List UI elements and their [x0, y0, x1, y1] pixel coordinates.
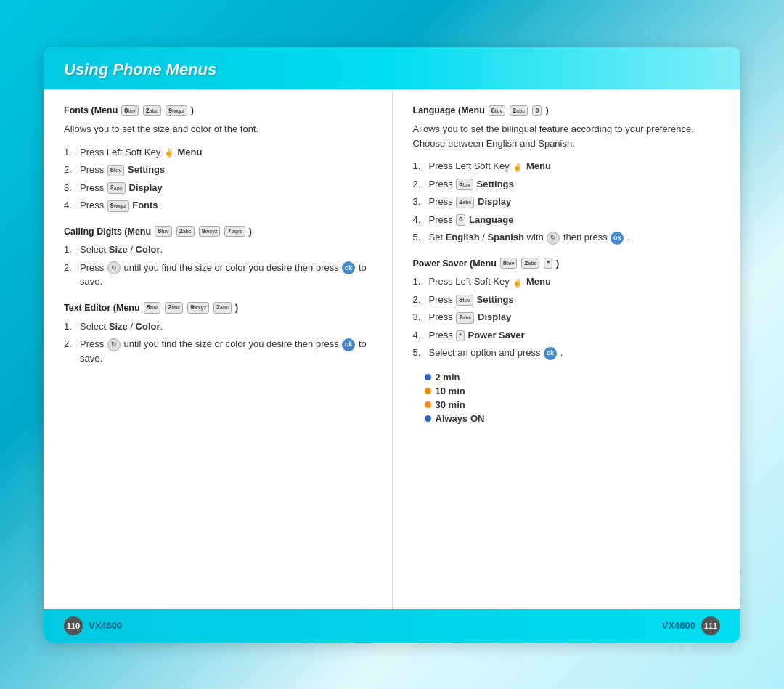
ok-badge: ok	[342, 338, 355, 351]
ok-badge: ok	[342, 261, 355, 274]
calling-digits-steps: 1. Select Size / Color. 2. Press ↻ until…	[64, 242, 372, 289]
step-item: 3. Press 2abc Display	[413, 310, 721, 325]
footer-right: VX4600 111	[662, 616, 720, 635]
key-badge: 2abc	[456, 197, 474, 208]
page-num-left: 110	[64, 616, 83, 635]
bullet-dot	[425, 415, 431, 422]
step-item: 5. Set English / Spanish with ↻ then pre…	[413, 230, 721, 245]
nav-icon: ↻	[547, 232, 560, 245]
key-badge: *	[456, 330, 465, 342]
step-item: 2. Press 8tuv Settings	[413, 177, 721, 192]
key-badge: 2abc	[107, 182, 126, 194]
calling-digits-title: Calling Digits (Menu 8tuv 2abc 9wxyz 7pq…	[64, 226, 372, 237]
key-2: 2abc	[165, 302, 183, 314]
bullet-item: 10 min	[425, 386, 721, 396]
key-star: *	[544, 258, 552, 269]
key-2: 2abc	[510, 105, 528, 117]
bullet-dot	[425, 388, 431, 394]
key-2: 2abc	[176, 226, 195, 237]
key-8: 8tuv	[155, 226, 172, 237]
footer-model-right: VX4600	[662, 620, 695, 631]
fonts-steps: 1. Press Left Soft Key ✌ Menu 2. Press 8…	[64, 145, 372, 213]
nav-icon: ↻	[107, 338, 121, 351]
key-9: 9wxyz	[199, 226, 221, 237]
soft-key-icon: ✌	[164, 147, 174, 159]
page-footer: 110 VX4600 VX4600 111	[44, 609, 740, 643]
power-saver-steps: 1. Press Left Soft Key ✌ Menu 2. Press 8…	[413, 274, 721, 360]
step-item: 1. Press Left Soft Key ✌ Menu	[413, 274, 721, 289]
bullet-dot	[425, 401, 431, 408]
page-num-right: 111	[701, 616, 720, 635]
text-editor-steps: 1. Select Size / Color. 2. Press ↻ until…	[64, 319, 372, 366]
key-8: 8tuv	[144, 302, 161, 314]
step-item: 3. Press 2abc Display	[413, 195, 721, 209]
fonts-section: Fonts (Menu 8tuv 2abc 9wxyz ) Allows you…	[64, 105, 372, 213]
step-item: 2. Press ↻ until you find the size or co…	[64, 261, 372, 289]
page-content: Fonts (Menu 8tuv 2abc 9wxyz ) Allows you…	[44, 89, 740, 609]
step-item: 2. Press 8tuv Settings	[64, 163, 372, 177]
bullet-item: 30 min	[425, 399, 721, 410]
key-badge: 8tuv	[456, 295, 473, 306]
key-badge: 2abc	[456, 312, 474, 324]
power-saver-section: Power Saver (Menu 8tuv 2abc * ) 1. Press…	[413, 258, 721, 424]
language-section-title: Language (Menu 8tuv 2abc 0 )	[413, 105, 721, 117]
power-saver-bullets: 2 min 10 min 30 min Always ON	[425, 372, 721, 424]
page-title: Using Phone Menus	[64, 60, 720, 79]
key-9: 9wxyz	[187, 302, 209, 314]
fonts-section-title: Fonts (Menu 8tuv 2abc 9wxyz )	[64, 105, 372, 117]
step-item: 3. Press 2abc Display	[64, 181, 372, 195]
key-9: 9wxyz	[166, 105, 187, 117]
step-item: 1. Select Size / Color.	[64, 242, 372, 257]
step-item: 2. Press ↻ until you find the size or co…	[64, 337, 372, 365]
bullet-dot	[425, 374, 431, 380]
step-item: 1. Press Left Soft Key ✌ Menu	[413, 159, 721, 174]
key-badge: 0	[456, 214, 465, 226]
left-column: Fonts (Menu 8tuv 2abc 9wxyz ) Allows you…	[44, 89, 393, 609]
ok-badge: ok	[544, 347, 557, 360]
bullet-item: 2 min	[425, 372, 721, 383]
step-item: 4. Press 0 Language	[413, 213, 721, 227]
key-0: 0	[532, 105, 542, 117]
soft-key-icon: ✌	[513, 161, 523, 174]
ok-badge: ok	[611, 232, 624, 245]
text-editor-section: Text Editor (Menu 8tuv 2abc 9wxyz 2abc )…	[64, 302, 372, 365]
language-steps: 1. Press Left Soft Key ✌ Menu 2. Press 8…	[413, 159, 721, 245]
bullet-label: 10 min	[436, 386, 465, 396]
page-container: Using Phone Menus Fonts (Menu 8tuv 2abc …	[44, 47, 740, 643]
step-item: 2. Press 8tuv Settings	[413, 293, 721, 307]
text-editor-title: Text Editor (Menu 8tuv 2abc 9wxyz 2abc )	[64, 302, 372, 314]
soft-key-icon: ✌	[513, 277, 523, 289]
step-item: 1. Press Left Soft Key ✌ Menu	[64, 145, 372, 160]
language-desc: Allows you to set the bilingual feature …	[413, 122, 721, 150]
key-8: 8tuv	[489, 105, 506, 117]
power-saver-title: Power Saver (Menu 8tuv 2abc * )	[413, 258, 721, 269]
step-item: 4. Press * Power Saver	[413, 328, 721, 343]
step-item: 1. Select Size / Color.	[64, 319, 372, 334]
bullet-item: Always ON	[425, 413, 721, 424]
key-badge: 8tuv	[107, 165, 125, 176]
key-2b: 2abc	[213, 302, 232, 314]
language-section: Language (Menu 8tuv 2abc 0 ) Allows you …	[413, 105, 721, 245]
footer-left: 110 VX4600	[64, 616, 122, 635]
key-2: 2abc	[521, 258, 539, 269]
key-7: 7pqrs	[224, 226, 245, 237]
key-8: 8tuv	[500, 258, 518, 269]
page-header: Using Phone Menus	[44, 47, 740, 89]
key-8: 8tuv	[121, 105, 139, 117]
bullet-label: 30 min	[436, 399, 465, 410]
calling-digits-section: Calling Digits (Menu 8tuv 2abc 9wxyz 7pq…	[64, 226, 372, 289]
bullet-label: Always ON	[436, 413, 485, 424]
step-item: 4. Press 9wxyz Fonts	[64, 198, 372, 213]
key-2: 2abc	[143, 105, 161, 117]
right-column: Language (Menu 8tuv 2abc 0 ) Allows you …	[393, 89, 741, 609]
bullet-label: 2 min	[436, 372, 460, 383]
nav-icon: ↻	[107, 261, 121, 274]
step-item: 5. Select an option and press ok .	[413, 346, 721, 360]
key-badge: 8tuv	[456, 179, 473, 190]
footer-model-left: VX4600	[89, 620, 122, 631]
key-badge: 9wxyz	[107, 200, 129, 212]
fonts-desc: Allows you to set the size and color of …	[64, 122, 372, 136]
